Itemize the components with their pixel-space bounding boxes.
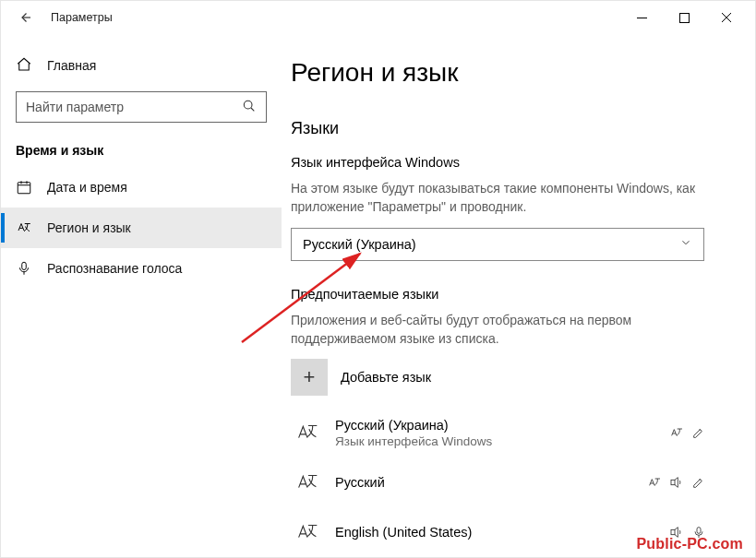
language-name: Русский <box>335 475 647 490</box>
dropdown-value: Русский (Украина) <box>303 237 416 252</box>
nav-item-date-time[interactable]: Дата и время <box>1 167 282 208</box>
language-item[interactable]: Русский <box>291 466 706 499</box>
svg-point-1 <box>244 101 252 109</box>
search-input[interactable] <box>26 100 236 114</box>
nav-group-title: Время и язык <box>1 123 282 167</box>
arrow-left-icon <box>17 9 33 26</box>
language-feature-icons <box>647 475 706 490</box>
language-name: Русский (Украина) <box>335 418 669 433</box>
sidebar: Главная Время и язык Дата и время <box>1 34 282 557</box>
svg-rect-2 <box>18 183 30 194</box>
minimize-button[interactable] <box>620 4 663 31</box>
language-sub: Язык интерфейса Windows <box>335 434 669 448</box>
search-icon <box>242 99 257 116</box>
display-language-icon <box>647 475 662 490</box>
display-language-title: Язык интерфейса Windows <box>291 155 735 170</box>
nav-home-label: Главная <box>47 58 96 73</box>
nav-item-speech[interactable]: Распознавание голоса <box>1 248 282 289</box>
search-box[interactable] <box>16 91 267 123</box>
language-feature-icons <box>669 425 706 440</box>
plus-icon: + <box>304 365 316 389</box>
language-glyph-icon <box>291 416 324 449</box>
language-glyph-icon <box>291 516 324 549</box>
watermark: Public-PC.com <box>636 536 743 552</box>
nav-home[interactable]: Главная <box>1 47 282 84</box>
language-name: English (United States) <box>335 525 669 540</box>
maximize-icon <box>679 13 690 23</box>
window-title: Параметры <box>51 11 113 24</box>
chevron-down-icon <box>679 236 692 252</box>
nav-item-label: Дата и время <box>47 180 127 195</box>
svg-rect-5 <box>671 530 675 535</box>
text-to-speech-icon <box>669 475 684 490</box>
microphone-icon <box>16 260 32 277</box>
nav-item-label: Распознавание голоса <box>47 261 182 276</box>
home-icon <box>16 56 32 76</box>
language-icon <box>16 220 32 236</box>
display-language-dropdown[interactable]: Русский (Украина) <box>291 228 704 261</box>
svg-rect-6 <box>697 528 701 534</box>
minimize-icon <box>637 13 647 23</box>
display-language-icon <box>669 425 684 440</box>
add-language-row[interactable]: + Добавьте язык <box>291 359 735 396</box>
add-language-label: Добавьте язык <box>341 370 431 385</box>
language-item[interactable]: Русский (Украина) Язык интерфейса Window… <box>291 416 706 449</box>
preferred-languages-desc: Приложения и веб-сайты будут отображатьс… <box>291 311 697 349</box>
close-button[interactable] <box>705 4 748 31</box>
main-content: Регион и язык Языки Язык интерфейса Wind… <box>282 34 755 557</box>
handwriting-icon <box>691 475 706 490</box>
svg-rect-3 <box>22 262 27 269</box>
handwriting-icon <box>691 425 706 440</box>
add-language-button[interactable]: + <box>291 359 328 396</box>
maximize-button[interactable] <box>663 4 705 31</box>
page-title: Регион и язык <box>291 58 735 88</box>
titlebar: Параметры <box>1 1 755 34</box>
calendar-icon <box>16 179 32 196</box>
back-button[interactable] <box>12 5 38 30</box>
display-language-desc: На этом языке будут показываться такие к… <box>291 179 697 217</box>
close-icon <box>721 12 732 23</box>
preferred-languages-title: Предпочитаемые языки <box>291 287 735 302</box>
svg-rect-0 <box>679 13 689 22</box>
nav-item-region-language[interactable]: Регион и язык <box>1 208 282 248</box>
svg-rect-4 <box>671 481 675 485</box>
language-glyph-icon <box>291 466 324 499</box>
nav-item-label: Регион и язык <box>47 220 131 235</box>
window-controls <box>620 4 748 31</box>
section-languages: Языки <box>291 119 735 138</box>
